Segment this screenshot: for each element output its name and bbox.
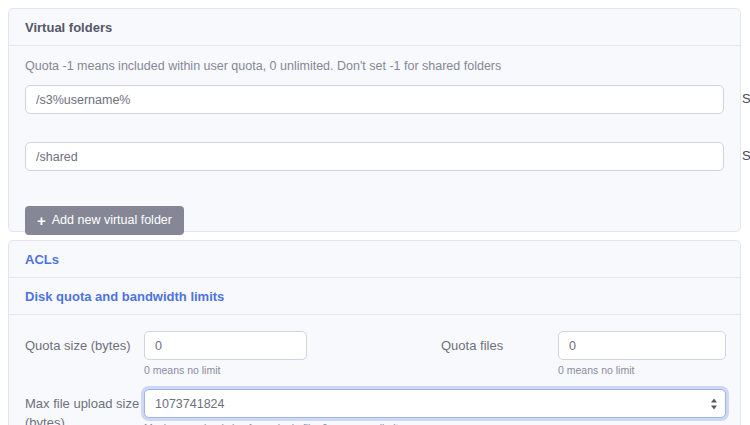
plus-icon: + [37,215,46,226]
quota-size-help: 0 means no limit [144,364,307,376]
max-upload-label: Max file upload size (bytes) [25,389,144,425]
quota-size-form-field: 0 means no limit [144,331,307,376]
quota-files-form-input[interactable] [558,331,726,360]
virtual-folders-card: Virtual folders Quota -1 means included … [8,8,741,232]
virtual-folder-row: S3private Quota size (bytes) Quota files [25,85,724,130]
folder-select-value: S3private [742,91,750,106]
max-upload-row: Max file upload size (bytes) Maximum upl… [25,389,726,425]
spinner-down-icon[interactable] [711,406,717,410]
folder-select[interactable]: S3shared [740,142,750,163]
quota-row: Quota size (bytes) 0 means no limit Quot… [25,331,726,376]
quota-files-form-field: 0 means no limit [558,331,726,376]
quota-files-form-label: Quota files [441,331,558,356]
add-virtual-folder-label: Add new virtual folder [52,213,172,227]
quota-files-help: 0 means no limit [558,364,726,376]
quota-size-form-input[interactable] [144,331,307,360]
section-header-acls[interactable]: ACLs [9,241,740,278]
quota-size-form-label: Quota size (bytes) [25,331,144,356]
section-header-disk-quota[interactable]: Disk quota and bandwidth limits [9,278,740,315]
folder-path-input[interactable] [25,85,724,114]
virtual-folders-title: Virtual folders [9,9,740,46]
max-upload-input[interactable] [144,389,726,418]
folder-select[interactable]: S3private [740,85,750,106]
folder-select-value: S3shared [742,148,750,163]
folder-path-input[interactable] [25,142,724,171]
disk-quota-form: Quota size (bytes) 0 means no limit Quot… [9,315,740,425]
spinner-up-icon[interactable] [711,399,717,403]
add-virtual-folder-button[interactable]: + Add new virtual folder [25,206,184,235]
number-spinner[interactable] [711,399,717,410]
virtual-folder-row: S3shared Quota size (bytes) Quota files [25,142,724,187]
max-upload-field: Maximum upload size for a single file. 0… [144,389,726,425]
settings-card: ACLs Disk quota and bandwidth limits Quo… [8,240,741,425]
virtual-folders-description: Quota -1 means included within user quot… [25,59,724,73]
